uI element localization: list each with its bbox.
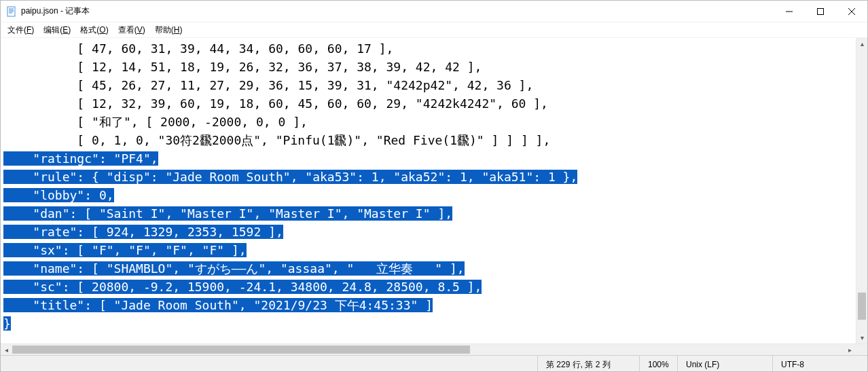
text-line-selected: "ratingc": "PF4", — [3, 149, 853, 168]
menu-edit[interactable]: 编辑(E) — [41, 24, 73, 37]
menu-format[interactable]: 格式(O) — [77, 24, 111, 37]
text-line-selected: } — [3, 314, 853, 333]
scroll-right-arrow-icon[interactable]: ▸ — [844, 344, 856, 355]
menu-help[interactable]: 帮助(H) — [152, 24, 185, 37]
scroll-down-arrow-icon[interactable]: ▾ — [856, 332, 867, 343]
maximize-button[interactable] — [805, 1, 836, 22]
text-line-selected: "name": [ "SHAMBLO", "すがち――ん", "assaa", … — [3, 259, 853, 278]
horizontal-scrollbar[interactable]: ◂ ▸ — [1, 343, 867, 355]
text-line: [ 12, 14, 51, 18, 19, 26, 32, 36, 37, 38… — [3, 58, 853, 76]
hscroll-thumb[interactable] — [12, 346, 470, 354]
notepad-icon — [6, 6, 17, 17]
text-line: [ "和了", [ 2000, -2000, 0, 0 ], — [3, 113, 853, 131]
status-position: 第 229 行, 第 2 列 — [537, 356, 639, 371]
text-line-selected: "rule": { "disp": "Jade Room South", "ak… — [3, 168, 853, 186]
menu-view[interactable]: 查看(V) — [115, 24, 148, 37]
close-button[interactable] — [836, 1, 867, 22]
vertical-scrollbar[interactable]: ▴ ▾ — [856, 38, 867, 343]
text-line: [ 12, 32, 39, 60, 19, 18, 60, 45, 60, 60… — [3, 94, 853, 113]
menu-file[interactable]: 文件(F) — [5, 24, 37, 37]
text-line: [ 47, 60, 31, 39, 44, 34, 60, 60, 60, 17… — [3, 39, 853, 58]
svg-rect-6 — [818, 8, 824, 14]
statusbar: 第 229 行, 第 2 列 100% Unix (LF) UTF-8 — [1, 355, 867, 371]
hscroll-track[interactable] — [12, 344, 844, 355]
scroll-up-arrow-icon[interactable]: ▴ — [856, 38, 867, 50]
text-line-selected: "title": [ "Jade Room South", "2021/9/23… — [3, 296, 853, 314]
content-wrap: [ 47, 60, 31, 39, 44, 34, 60, 60, 60, 17… — [1, 37, 867, 343]
text-line-selected: "sx": [ "F", "F", "F", "F" ], — [3, 241, 853, 259]
text-line-selected: "rate": [ 924, 1329, 2353, 1592 ], — [3, 223, 853, 241]
window-controls — [774, 1, 867, 22]
minimize-button[interactable] — [774, 1, 805, 22]
text-editor[interactable]: [ 47, 60, 31, 39, 44, 34, 60, 60, 60, 17… — [1, 38, 856, 343]
scroll-corner — [856, 344, 867, 355]
text-line: [ 0, 1, 0, "30符2飜2000点", "Pinfu(1飜)", "R… — [3, 131, 853, 149]
menubar: 文件(F) 编辑(E) 格式(O) 查看(V) 帮助(H) — [1, 22, 867, 37]
text-line-selected: "lobby": 0, — [3, 186, 853, 204]
text-line-selected: "dan": [ "Saint I", "Master I", "Master … — [3, 204, 853, 223]
status-blank — [1, 356, 537, 371]
vscroll-thumb[interactable] — [858, 293, 866, 320]
titlebar: paipu.json - 记事本 — [1, 1, 867, 22]
status-eol: Unix (LF) — [677, 356, 772, 371]
window-title: paipu.json - 记事本 — [21, 5, 90, 17]
scroll-left-arrow-icon[interactable]: ◂ — [1, 344, 12, 355]
status-zoom: 100% — [639, 356, 677, 371]
status-encoding: UTF-8 — [772, 356, 867, 371]
text-line: [ 45, 26, 27, 11, 27, 29, 36, 15, 39, 31… — [3, 76, 853, 94]
vscroll-track[interactable] — [856, 50, 867, 332]
text-line-selected: "sc": [ 20800, -9.2, 15900, -24.1, 34800… — [3, 278, 853, 296]
